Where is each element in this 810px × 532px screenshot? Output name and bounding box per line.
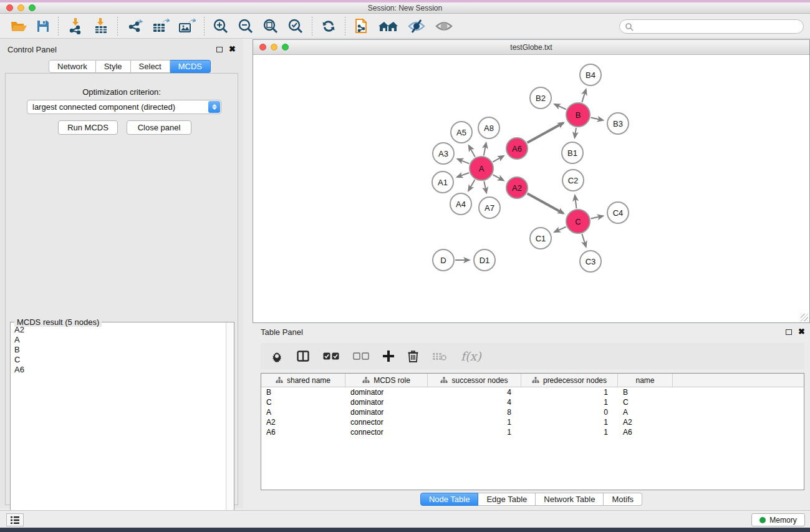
result-item[interactable]: A2 — [14, 325, 225, 335]
tab-select[interactable]: Select — [131, 60, 170, 73]
run-mcds-button[interactable]: Run MCDS — [58, 120, 118, 135]
search-input[interactable] — [634, 22, 803, 31]
cell-predecessor-nodes: 1 — [521, 387, 618, 397]
result-scrollbar[interactable] — [226, 322, 234, 532]
edge-A6-B[interactable] — [528, 123, 564, 143]
result-item[interactable]: A6 — [14, 365, 225, 375]
column-header-successor-nodes[interactable]: successor nodes — [428, 374, 521, 387]
export-table-icon[interactable] — [148, 16, 174, 36]
float-panel-icon[interactable] — [216, 47, 223, 52]
edge-C-C1[interactable] — [555, 227, 566, 232]
network-graph[interactable]: AA1A3A5A8A4A7A6A2BB2B4B3B1C2CC1C4C3DD1 — [253, 55, 809, 322]
table-row[interactable]: Adominator80A — [261, 407, 804, 417]
tab-edge-table[interactable]: Edge Table — [478, 493, 536, 506]
tab-network[interactable]: Network — [49, 60, 96, 73]
double-home-icon[interactable] — [374, 16, 403, 36]
edge-A-A5[interactable] — [469, 146, 475, 157]
network-window-traffic-lights[interactable] — [259, 44, 289, 51]
edge-C-C4[interactable] — [591, 216, 603, 218]
task-history-button[interactable] — [6, 513, 24, 526]
tab-motifs[interactable]: Motifs — [604, 493, 642, 506]
column-header-shared-name[interactable]: shared name — [261, 374, 345, 387]
tab-style[interactable]: Style — [96, 60, 131, 73]
cell-predecessor-nodes: 0 — [521, 407, 618, 417]
tab-network-table[interactable]: Network Table — [536, 493, 604, 506]
refresh-layout-icon[interactable] — [316, 16, 341, 36]
birds-eye-icon[interactable] — [430, 16, 458, 36]
result-item[interactable]: B — [14, 345, 225, 355]
edge-B-B2[interactable] — [555, 104, 566, 109]
minimize-window-button[interactable] — [17, 4, 24, 11]
network-close-button[interactable] — [259, 44, 266, 51]
float-table-panel-icon[interactable] — [786, 329, 792, 335]
edge-A-A3[interactable] — [458, 159, 469, 163]
network-canvas[interactable]: AA1A3A5A8A4A7A6A2BB2B4B3B1C2CC1C4C3DD1 — [253, 55, 809, 322]
edge-A-A4[interactable] — [469, 180, 475, 190]
column-header-MCDS-role[interactable]: MCDS role — [345, 374, 428, 387]
edge-B-B4[interactable] — [582, 90, 586, 102]
edge-C-C3[interactable] — [582, 234, 586, 246]
network-window-titlebar: testGlobe.txt — [253, 40, 809, 55]
import-network-icon[interactable] — [62, 16, 89, 36]
edge-B-B1[interactable] — [575, 128, 576, 137]
zoom-out-icon[interactable] — [233, 16, 258, 36]
app-titlebar: Session: New Session — [0, 2, 810, 14]
split-column-icon[interactable] — [297, 351, 309, 362]
node-label-D1: D1 — [480, 256, 490, 265]
table-header-row: shared nameMCDS rolesuccessor nodesprede… — [261, 374, 804, 387]
network-minimize-button[interactable] — [271, 44, 277, 51]
search-field[interactable] — [619, 19, 804, 34]
zoom-window-button[interactable] — [29, 4, 36, 11]
edge-B-B3[interactable] — [591, 117, 603, 120]
close-table-panel-icon[interactable]: ✖ — [798, 329, 805, 335]
resize-grip[interactable] — [801, 314, 808, 321]
node-table[interactable]: shared nameMCDS rolesuccessor nodesprede… — [261, 373, 804, 490]
edge-A-A2[interactable] — [493, 175, 503, 180]
edge-A-A8[interactable] — [484, 143, 486, 156]
save-session-icon[interactable] — [32, 16, 54, 36]
edge-C-C2[interactable] — [575, 196, 576, 208]
mcds-result-list[interactable]: A2ABCA6 — [11, 325, 225, 532]
table-row[interactable]: Cdominator41C — [261, 397, 804, 407]
result-item[interactable]: C — [14, 355, 225, 365]
gear-icon[interactable] — [271, 350, 283, 362]
unchecked-boxes-icon[interactable] — [353, 352, 369, 360]
traffic-lights[interactable] — [6, 4, 36, 11]
import-table-icon[interactable] — [89, 16, 113, 36]
trash-icon[interactable] — [408, 350, 418, 362]
zoom-fit-icon[interactable] — [258, 16, 283, 36]
criterion-dropdown[interactable]: largest connected component (directed) — [27, 100, 221, 114]
memory-button[interactable]: Memory — [751, 513, 805, 526]
edge-A-A6[interactable] — [493, 156, 503, 162]
delete-table-icon[interactable] — [432, 352, 447, 361]
edge-A2-C[interactable] — [528, 193, 564, 213]
memory-status-icon — [759, 517, 766, 523]
plus-icon[interactable] — [383, 351, 394, 362]
column-header-predecessor-nodes[interactable]: predecessor nodes — [521, 374, 618, 387]
table-row[interactable]: A2connector11A2 — [261, 417, 804, 427]
network-zoom-button[interactable] — [282, 44, 289, 51]
hide-details-eye-slash-icon[interactable] — [403, 16, 430, 36]
function-builder-icon[interactable]: f(x) — [461, 349, 481, 363]
tab-mcds[interactable]: MCDS — [170, 60, 211, 73]
network-document-icon[interactable] — [349, 16, 374, 36]
column-header-name[interactable]: name — [618, 374, 673, 387]
open-session-icon[interactable] — [6, 16, 32, 36]
status-bar: Memory — [0, 510, 810, 528]
node-label-A8: A8 — [484, 123, 494, 133]
table-row[interactable]: Bdominator41B — [261, 387, 804, 397]
result-item[interactable]: A — [14, 335, 225, 345]
export-network-icon[interactable] — [122, 16, 148, 36]
zoom-selected-icon[interactable] — [283, 16, 308, 36]
close-panel-button[interactable]: Close panel — [127, 120, 191, 135]
close-window-button[interactable] — [6, 4, 13, 11]
close-panel-icon[interactable]: ✖ — [229, 46, 236, 52]
tab-node-table[interactable]: Node Table — [420, 493, 479, 506]
export-image-icon[interactable] — [174, 16, 200, 36]
edge-A-A7[interactable] — [484, 181, 486, 193]
zoom-in-icon[interactable] — [208, 16, 233, 36]
checked-boxes-icon[interactable] — [323, 352, 339, 360]
node-label-D: D — [440, 256, 446, 265]
table-row[interactable]: A6connector11A6 — [261, 427, 804, 437]
edge-A-A1[interactable] — [458, 173, 470, 177]
